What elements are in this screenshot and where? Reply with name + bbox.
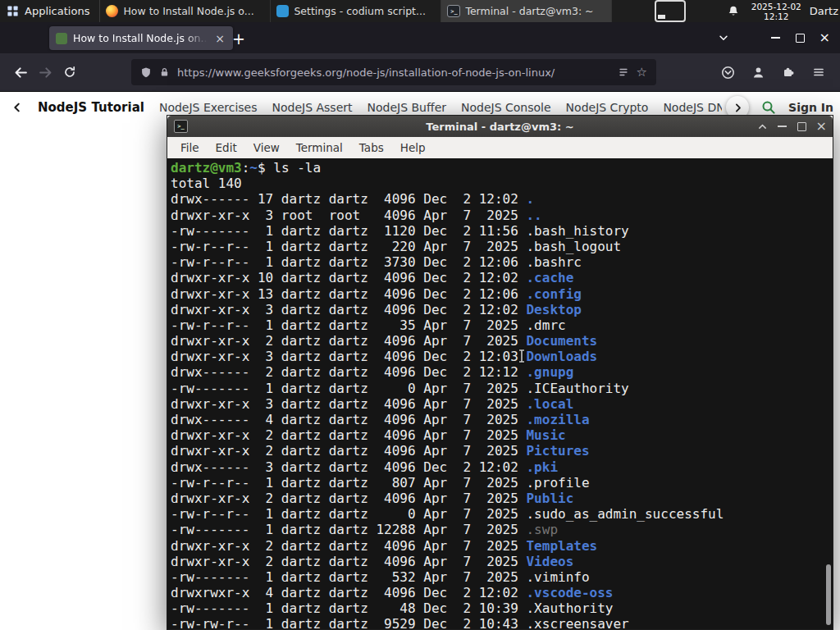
file-name: . xyxy=(526,191,534,207)
shield-icon[interactable] xyxy=(140,66,152,79)
terminal-line: drwxr-xr-x 13 dartz dartz 4096 Dec 2 12:… xyxy=(171,286,833,302)
terminal-scrollbar[interactable] xyxy=(824,158,833,629)
menu-view[interactable]: View xyxy=(245,141,288,154)
window-controls: × xyxy=(718,22,840,53)
menu-terminal[interactable]: Terminal xyxy=(288,141,351,154)
file-name: .gnupg xyxy=(526,364,573,380)
url-bar[interactable]: https://www.geeksforgeeks.org/node-js/in… xyxy=(131,59,656,85)
reader-view-icon[interactable] xyxy=(618,66,629,78)
terminal-line: drwxr-xr-x 2 dartz dartz 4096 Apr 7 2025… xyxy=(171,427,833,443)
menu-file[interactable]: File xyxy=(172,141,208,154)
terminal-titlebar[interactable]: >_ Terminal - dartz@vm3: ~ × xyxy=(167,116,833,137)
file-name: .sudo_as_admin_successful xyxy=(526,506,724,522)
firefox-icon xyxy=(106,5,118,17)
taskbar-button[interactable]: Settings - codium script... xyxy=(271,0,441,22)
terminal-line: drwxr-xr-x 10 dartz dartz 4096 Dec 2 12:… xyxy=(171,270,833,285)
tab-title: How to Install Node.js on... xyxy=(73,32,208,44)
terminal-line: -rw------- 1 dartz dartz 0 Apr 7 2025 .I… xyxy=(171,381,833,396)
terminal-minimize-icon[interactable] xyxy=(777,126,788,127)
file-meta: drwxr-xr-x 2 dartz dartz 4096 Apr 7 2025 xyxy=(171,538,526,554)
file-name: Pictures xyxy=(526,443,589,459)
file-meta: drwxr-xr-x 2 dartz dartz 4096 Apr 7 2025 xyxy=(171,333,526,349)
file-name: .xscreensaver xyxy=(526,616,628,629)
forward-button[interactable] xyxy=(33,60,57,84)
terminal-line: drwxr-xr-x 3 dartz dartz 4096 Apr 7 2025… xyxy=(171,396,833,412)
terminal-line: -rw-r--r-- 1 dartz dartz 35 Apr 7 2025 .… xyxy=(171,317,833,333)
window-close-icon[interactable]: × xyxy=(819,31,830,44)
file-meta: -rw-r--r-- 1 dartz dartz 0 Apr 7 2025 xyxy=(171,506,526,522)
tab-close-icon[interactable]: × xyxy=(213,33,226,44)
file-name: .swp xyxy=(526,522,558,537)
tabs-list-chevron-icon[interactable] xyxy=(718,32,729,43)
window-minimize-icon[interactable] xyxy=(770,37,782,39)
taskbar-button-label: Terminal - dartz@vm3: ~ xyxy=(465,5,593,17)
file-meta: -rw------- 1 dartz dartz 1120 Dec 2 11:5… xyxy=(171,223,526,239)
file-name: .viminfo xyxy=(526,569,589,585)
terminal-maximize-icon[interactable] xyxy=(797,122,808,131)
bell-icon[interactable] xyxy=(727,5,740,18)
file-name: .config xyxy=(526,286,581,302)
taskbar-button-label: How to Install Node.js o... xyxy=(123,5,253,17)
desktop: Applications How to Install Node.js o...… xyxy=(0,0,840,630)
file-meta: drwxr-xr-x 3 dartz dartz 4096 Dec 2 12:0… xyxy=(171,349,526,364)
terminal-window: >_ Terminal - dartz@vm3: ~ × FileEditVie… xyxy=(167,115,833,630)
file-meta: drwxr-xr-x 2 dartz dartz 4096 Apr 7 2025 xyxy=(171,427,526,443)
file-meta: drwxr-xr-x 2 dartz dartz 4096 Apr 7 2025 xyxy=(171,491,526,506)
new-tab-button[interactable]: + xyxy=(228,28,249,49)
site-nav-link[interactable]: NodeJS Exercises xyxy=(159,101,258,114)
user-name: Dartz xyxy=(810,5,840,17)
terminal-line: drwx------ 4 dartz dartz 4096 Apr 7 2025… xyxy=(171,412,833,427)
site-nav-link[interactable]: NodeJS Tutorial xyxy=(38,100,144,115)
prompt-path: ~ xyxy=(249,160,258,176)
file-name: .. xyxy=(526,208,541,223)
file-name: .vscode-oss xyxy=(526,585,613,600)
applications-menu-button[interactable]: Applications xyxy=(0,0,99,22)
site-nav-link[interactable]: NodeJS Buffer xyxy=(368,101,447,114)
file-name: .local xyxy=(526,396,573,412)
scrollbar-thumb[interactable] xyxy=(826,564,831,625)
reload-button[interactable] xyxy=(57,60,82,84)
terminal-line: drwx------ 3 dartz dartz 4096 Dec 2 12:0… xyxy=(171,459,833,475)
taskbar-button[interactable]: >_Terminal - dartz@vm3: ~ xyxy=(441,0,612,22)
pocket-icon[interactable] xyxy=(716,61,739,84)
bookmark-star-icon[interactable]: ☆ xyxy=(637,65,647,80)
file-name: Templates xyxy=(526,538,597,554)
site-favicon xyxy=(56,33,67,44)
site-nav-items: NodeJS TutorialNodeJS ExercisesNodeJS As… xyxy=(38,100,777,115)
chevron-left-icon[interactable] xyxy=(11,102,23,113)
menu-help[interactable]: Help xyxy=(392,141,434,154)
site-nav-link[interactable]: NodeJS Assert xyxy=(272,101,352,114)
extensions-puzzle-icon[interactable] xyxy=(777,61,800,84)
sign-in-link[interactable]: Sign In xyxy=(788,101,833,114)
browser-tab[interactable]: How to Install Node.js on... × xyxy=(49,26,233,50)
terminal-line: -rw------- 1 dartz dartz 532 Apr 7 2025 … xyxy=(171,569,833,585)
lock-icon[interactable] xyxy=(159,66,170,78)
clock[interactable]: 2025-12-02 12:12 xyxy=(751,2,801,21)
top-panel: Applications How to Install Node.js o...… xyxy=(0,0,840,22)
menu-edit[interactable]: Edit xyxy=(208,141,245,154)
search-icon[interactable] xyxy=(761,100,776,115)
window-maximize-icon[interactable] xyxy=(795,34,806,43)
shade-chevron-up-icon[interactable] xyxy=(757,121,769,132)
file-name: .bash_history xyxy=(526,223,628,239)
menu-tabs[interactable]: Tabs xyxy=(351,141,392,154)
file-meta: drwxr-xr-x 3 dartz dartz 4096 Apr 7 2025 xyxy=(171,396,526,412)
file-name: Desktop xyxy=(526,302,581,317)
terminal-close-icon[interactable]: × xyxy=(816,120,827,133)
terminal-content[interactable]: dartz@vm3:~$ ls -la total 140drwx------ … xyxy=(167,158,833,629)
toolbar-right xyxy=(716,61,830,84)
account-icon[interactable] xyxy=(746,61,769,84)
file-name: .pki xyxy=(526,459,558,475)
terminal-line: drwxr-xr-x 2 dartz dartz 4096 Apr 7 2025… xyxy=(171,554,833,569)
back-button[interactable] xyxy=(8,60,33,84)
terminal-line: drwx------ 17 dartz dartz 4096 Dec 2 12:… xyxy=(171,191,833,207)
terminal-line: -rw-r--r-- 1 dartz dartz 807 Apr 7 2025 … xyxy=(171,475,833,491)
taskbar-button[interactable]: How to Install Node.js o... xyxy=(100,0,271,22)
tray-window-icon[interactable] xyxy=(655,0,686,22)
terminal-line: drwxr-xr-x 3 dartz dartz 4096 Dec 2 12:0… xyxy=(171,302,833,317)
file-meta: -rw-r--r-- 1 dartz dartz 3730 Dec 2 12:0… xyxy=(171,254,526,270)
file-meta: drwxr-xr-x 3 root root 4096 Apr 7 2025 xyxy=(171,208,526,223)
site-nav-link[interactable]: NodeJS Crypto xyxy=(566,101,649,114)
site-nav-link[interactable]: NodeJS Console xyxy=(461,101,551,114)
hamburger-menu-icon[interactable] xyxy=(807,61,830,84)
